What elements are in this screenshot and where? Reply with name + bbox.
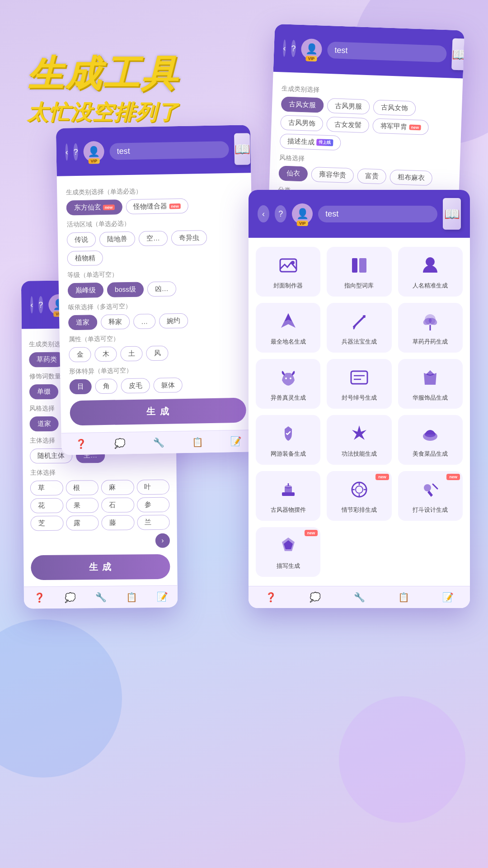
chip-daojia-style[interactable]: 道家 — [29, 416, 58, 432]
card2-username-input[interactable] — [109, 141, 229, 160]
chip-gold[interactable]: 金 — [69, 347, 91, 363]
card1-help-btn[interactable]: ? — [291, 40, 296, 57]
chip-gufeng-female[interactable]: 古风女服 — [281, 96, 324, 113]
tool-cover-maker[interactable]: 封面制作器 — [256, 247, 320, 297]
chip-wind[interactable]: 风 — [146, 346, 169, 361]
card1-back-btn[interactable]: ‹ — [283, 39, 286, 57]
chip-subject-zhi[interactable]: 芝 — [30, 516, 63, 531]
chip-wanyue[interactable]: 婉约 — [159, 313, 188, 329]
chip-subject-gen[interactable]: 根 — [66, 480, 99, 495]
chip-other-basis[interactable]: … — [133, 314, 156, 329]
chip-legend[interactable]: 传说 — [67, 232, 96, 247]
tool-decor-gen[interactable]: 古风器物摆件 — [256, 471, 320, 521]
card4-back-btn[interactable]: ‹ — [258, 205, 269, 222]
chip-peak-level[interactable]: 巅峰级 — [68, 283, 104, 298]
card3-nav-list[interactable]: 📋 — [126, 591, 137, 602]
tool-beast-gen[interactable]: 异兽真灵生成 — [256, 359, 320, 409]
chip-horn[interactable]: 角 — [95, 379, 117, 394]
tool-herb-gen[interactable]: 草药丹药生成 — [398, 303, 463, 353]
chip-sky[interactable]: 空… — [139, 231, 168, 246]
chip-shijia[interactable]: 释家 — [101, 314, 130, 330]
chip-subject-lan[interactable]: 兰 — [137, 515, 170, 530]
card4-help-btn[interactable]: ? — [275, 205, 286, 222]
card3-nav-chat[interactable]: 💭 — [64, 592, 75, 603]
card4-book-icon[interactable]: 📖 — [443, 198, 461, 230]
card4-nav-chat[interactable]: 💭 — [310, 592, 321, 603]
card3-subject-label2: 主体选择 — [30, 468, 169, 477]
chip-gufeng-female-deco[interactable]: 古风女饰 — [373, 100, 416, 116]
card3-nav-edit[interactable]: 📝 — [156, 591, 168, 602]
chip-subject-shen[interactable]: 参 — [137, 497, 170, 513]
card3-next-btn[interactable]: › — [155, 533, 170, 548]
card2-nav-chat[interactable]: 💭 — [114, 438, 125, 448]
card4-nav-help[interactable]: ❓ — [265, 592, 277, 603]
chip-dongfang[interactable]: 东方仙玄 new — [66, 199, 122, 215]
tool-title-gen[interactable]: 封号绰号生成 — [327, 359, 391, 409]
chip-subject-teng[interactable]: 藤 — [101, 515, 134, 530]
tool-place-gen[interactable]: 最全地名生成 — [256, 303, 320, 353]
chip-subject-guo[interactable]: 果 — [66, 498, 99, 513]
chip-eye[interactable]: 目 — [69, 379, 92, 395]
tool-skill-gen[interactable]: 功法技能生成 — [327, 415, 391, 465]
card3-gen-btn[interactable]: 生 成 — [31, 554, 170, 580]
card2-gen-btn[interactable]: 生 成 — [70, 398, 246, 426]
tool-scene-gen[interactable]: new 情节彩排生成 — [327, 471, 391, 521]
card2-nav-help[interactable]: ❓ — [75, 439, 86, 449]
card2-nav-tools[interactable]: 🔧 — [153, 437, 164, 448]
chip-boss-level[interactable]: boss级 — [107, 282, 144, 297]
chip-subject-ma[interactable]: 麻 — [101, 480, 134, 495]
card4-nav-list[interactable]: 📋 — [398, 592, 409, 603]
tool-weapon-gen[interactable]: 兵器法宝生成 — [327, 303, 391, 353]
chip-body[interactable]: 躯体 — [153, 377, 183, 393]
card2-back-btn[interactable]: ‹ — [65, 143, 68, 160]
tool-title-icon — [349, 368, 369, 391]
chip-desc-gen[interactable]: 描述生成 传上线 — [280, 133, 341, 151]
chip-wood[interactable]: 木 — [94, 347, 117, 362]
chip-fur[interactable]: 皮毛 — [121, 378, 150, 393]
chip-yongronghuagui[interactable]: 雍容华贵 — [311, 167, 354, 183]
chip-gufeng-hair[interactable]: 古女发髻 — [326, 117, 369, 133]
chip-earth[interactable]: 土 — [120, 346, 143, 362]
tool-food-gen[interactable]: 美食菜品生成 — [398, 415, 463, 465]
card1-book-icon[interactable]: 📖 — [451, 38, 465, 71]
card4-username-input[interactable] — [318, 206, 437, 222]
card2-help-btn[interactable]: ? — [73, 143, 78, 160]
card2-avatar-wrap: 👤 VIP — [83, 141, 104, 162]
card4-nav-tools[interactable]: 🔧 — [354, 592, 365, 603]
card3-nav-tools[interactable]: 🔧 — [95, 592, 106, 603]
chip-general-armor[interactable]: 将军甲胄 new — [372, 118, 429, 135]
chip-subject-cao[interactable]: 草 — [30, 481, 63, 496]
chip-gufeng-male[interactable]: 古风男服 — [327, 98, 370, 114]
card3-back-btn[interactable]: ‹ — [30, 296, 33, 313]
card3-nav-help[interactable]: ❓ — [33, 592, 45, 603]
chip-plant-spirit[interactable]: 植物精 — [67, 250, 103, 266]
card1-avatar-wrap: 👤 VIP — [301, 38, 323, 60]
card3-help-btn[interactable]: ? — [38, 296, 43, 313]
chip-fierce[interactable]: 凶… — [147, 281, 176, 297]
tool-name-gen[interactable]: 人名精准生成 — [398, 247, 463, 297]
chip-gufeng-male-deco[interactable]: 古风男饰 — [280, 115, 323, 131]
card2-nav-edit[interactable]: 📝 — [230, 436, 242, 447]
chip-cubumay[interactable]: 粗布麻衣 — [389, 170, 432, 186]
chip-subject-shi[interactable]: 石 — [101, 497, 134, 513]
chip-subject-ye[interactable]: 叶 — [136, 480, 169, 495]
card2-book-icon[interactable]: 📖 — [234, 133, 250, 165]
card1-username-input[interactable] — [327, 41, 447, 62]
chip-single-deco[interactable]: 单缀 — [29, 384, 58, 400]
chip-subject-lu[interactable]: 露 — [66, 515, 99, 531]
card2-nav-list[interactable]: 📋 — [192, 436, 203, 447]
tool-fashion-gen[interactable]: 华服饰品生成 — [398, 359, 463, 409]
chip-subject-hua[interactable]: 花 — [30, 498, 63, 514]
chip-monster-fusion[interactable]: 怪物缝合器 new — [126, 198, 188, 214]
chip-weird-bug[interactable]: 奇异虫 — [171, 230, 207, 245]
chip-fugui[interactable]: 富贵 — [357, 168, 386, 184]
card4-nav-edit[interactable]: 📝 — [442, 592, 454, 603]
tool-directional-library[interactable]: 指向型词库 — [327, 247, 391, 297]
chip-xiany[interactable]: 仙衣 — [278, 165, 308, 181]
chip-daojia[interactable]: 道家 — [68, 315, 98, 330]
card-tools-grid: ‹ ? 👤 VIP 📖 封面制作器 指向型词库 — [249, 190, 470, 608]
tool-equipment-gen[interactable]: 网游装备生成 — [256, 415, 320, 465]
tool-fight-gen[interactable]: new 打斗设计生成 — [398, 471, 463, 521]
chip-land-beast[interactable]: 陆地兽 — [99, 231, 136, 247]
tool-describe-gen[interactable]: new 描写生成 — [256, 527, 320, 577]
